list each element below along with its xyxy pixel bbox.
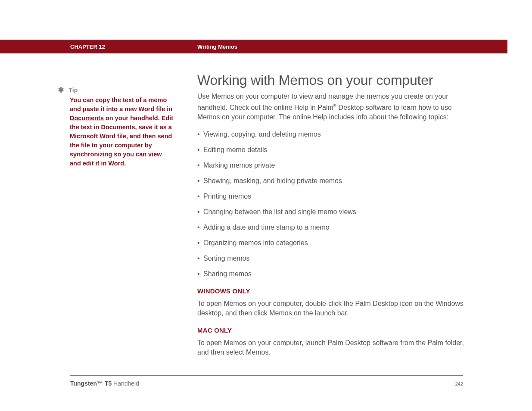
list-item: Viewing, copying, and deleting memos (197, 130, 464, 139)
list-item: Adding a date and time stamp to a memo (197, 223, 464, 232)
intro-paragraph: Use Memos on your computer to view and m… (197, 92, 464, 122)
chapter-label: CHAPTER 12 (70, 44, 197, 50)
list-item: Printing memos (197, 192, 464, 201)
mac-paragraph: To open Memos on your computer, launch P… (197, 338, 464, 357)
tip-body: You can copy the text of a memo and past… (70, 96, 174, 168)
list-item: Organizing memos into categories (197, 238, 464, 248)
asterisk-icon: ✱ (58, 86, 64, 94)
device-name: Tungsten™ T5 Handheld (70, 380, 139, 387)
device-model: Tungsten™ T5 (70, 380, 112, 387)
main-content: Working with Memos on your computer Use … (197, 72, 464, 357)
list-item: Editing memo details (197, 145, 464, 155)
tip-label: Tip (68, 86, 78, 94)
mac-only-heading: MAC ONLY (197, 327, 464, 334)
windows-only-heading: WINDOWS ONLY (197, 287, 464, 295)
windows-paragraph: To open Memos on your computer, double-c… (197, 299, 464, 318)
page-number: 242 (455, 381, 463, 386)
list-item: Changing between the list and single mem… (197, 207, 464, 217)
topics-list: Viewing, copying, and deleting memos Edi… (197, 130, 464, 279)
device-suffix: Handheld (112, 380, 139, 387)
header-title: Writing Memos (197, 44, 237, 50)
document-page: CHAPTER 12 Writing Memos ✱ Tip You can c… (0, 0, 532, 411)
list-item: Showing, masking, and hiding private mem… (197, 176, 464, 186)
list-item: Sharing memos (197, 269, 464, 279)
page-footer: Tungsten™ T5 Handheld 242 (70, 375, 463, 387)
list-item: Sorting memos (197, 254, 464, 263)
chapter-header-bar: CHAPTER 12 Writing Memos (0, 40, 507, 53)
documents-link[interactable]: Documents (70, 115, 104, 121)
list-item: Marking memos private (197, 161, 464, 170)
tip-text-1: You can copy the text of a memo and past… (70, 97, 172, 112)
tip-sidebar: ✱ Tip You can copy the text of a memo an… (58, 86, 174, 168)
synchronizing-link[interactable]: synchronizing (70, 151, 112, 158)
page-heading: Working with Memos on your computer (197, 72, 464, 88)
